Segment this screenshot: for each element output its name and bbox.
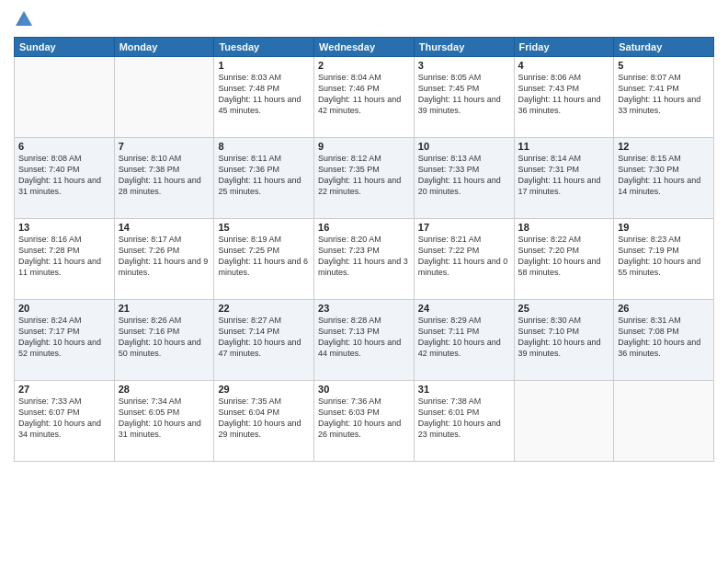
day-cell: 6Sunrise: 8:08 AM Sunset: 7:40 PM Daylig… [15,138,115,219]
day-cell [514,381,614,462]
day-cell: 11Sunrise: 8:14 AM Sunset: 7:31 PM Dayli… [514,138,614,219]
day-detail: Sunrise: 8:22 AM Sunset: 7:20 PM Dayligh… [518,234,610,279]
day-number: 11 [518,141,610,152]
day-detail: Sunrise: 8:03 AM Sunset: 7:48 PM Dayligh… [218,72,310,117]
day-cell: 4Sunrise: 8:06 AM Sunset: 7:43 PM Daylig… [514,57,614,138]
day-number: 15 [218,222,310,233]
day-detail: Sunrise: 7:35 AM Sunset: 6:04 PM Dayligh… [218,396,310,441]
day-number: 28 [119,384,210,395]
day-number: 14 [119,222,210,233]
day-cell: 14Sunrise: 8:17 AM Sunset: 7:26 PM Dayli… [114,219,214,300]
day-number: 3 [418,60,510,71]
calendar-table: SundayMondayTuesdayWednesdayThursdayFrid… [14,37,714,462]
day-detail: Sunrise: 8:08 AM Sunset: 7:40 PM Dayligh… [18,153,110,198]
day-number: 6 [18,141,110,152]
day-cell: 25Sunrise: 8:30 AM Sunset: 7:10 PM Dayli… [514,300,614,381]
week-row-2: 6Sunrise: 8:08 AM Sunset: 7:40 PM Daylig… [15,138,714,219]
day-cell: 12Sunrise: 8:15 AM Sunset: 7:30 PM Dayli… [614,138,714,219]
day-cell [15,57,115,138]
day-cell [614,381,714,462]
day-cell: 5Sunrise: 8:07 AM Sunset: 7:41 PM Daylig… [614,57,714,138]
day-detail: Sunrise: 8:13 AM Sunset: 7:33 PM Dayligh… [418,153,510,198]
day-number: 20 [18,303,110,314]
day-number: 26 [618,303,710,314]
day-cell: 28Sunrise: 7:34 AM Sunset: 6:05 PM Dayli… [114,381,214,462]
day-number: 27 [18,384,110,395]
col-header-thursday: Thursday [414,38,514,57]
day-detail: Sunrise: 8:10 AM Sunset: 7:38 PM Dayligh… [119,153,210,198]
day-number: 4 [518,60,610,71]
day-cell: 27Sunrise: 7:33 AM Sunset: 6:07 PM Dayli… [15,381,115,462]
day-number: 29 [218,384,310,395]
day-cell: 31Sunrise: 7:38 AM Sunset: 6:01 PM Dayli… [414,381,514,462]
day-detail: Sunrise: 7:33 AM Sunset: 6:07 PM Dayligh… [18,396,110,441]
col-header-friday: Friday [514,38,614,57]
day-detail: Sunrise: 8:19 AM Sunset: 7:25 PM Dayligh… [218,234,310,279]
day-number: 17 [418,222,510,233]
day-detail: Sunrise: 8:06 AM Sunset: 7:43 PM Dayligh… [518,72,610,117]
day-detail: Sunrise: 8:11 AM Sunset: 7:36 PM Dayligh… [218,153,310,198]
day-number: 30 [318,384,410,395]
day-detail: Sunrise: 8:31 AM Sunset: 7:08 PM Dayligh… [618,315,710,360]
col-header-tuesday: Tuesday [214,38,314,57]
day-number: 21 [119,303,210,314]
logo [14,9,38,29]
day-cell: 30Sunrise: 7:36 AM Sunset: 6:03 PM Dayli… [314,381,415,462]
day-cell: 19Sunrise: 8:23 AM Sunset: 7:19 PM Dayli… [614,219,714,300]
day-detail: Sunrise: 7:34 AM Sunset: 6:05 PM Dayligh… [119,396,210,441]
day-detail: Sunrise: 8:07 AM Sunset: 7:41 PM Dayligh… [618,72,710,117]
day-detail: Sunrise: 8:14 AM Sunset: 7:31 PM Dayligh… [518,153,610,198]
day-cell: 21Sunrise: 8:26 AM Sunset: 7:16 PM Dayli… [114,300,214,381]
day-number: 23 [318,303,410,314]
header-row: SundayMondayTuesdayWednesdayThursdayFrid… [15,38,714,57]
day-cell: 8Sunrise: 8:11 AM Sunset: 7:36 PM Daylig… [214,138,314,219]
day-detail: Sunrise: 8:16 AM Sunset: 7:28 PM Dayligh… [18,234,110,279]
day-cell: 7Sunrise: 8:10 AM Sunset: 7:38 PM Daylig… [114,138,214,219]
col-header-sunday: Sunday [15,38,115,57]
day-number: 10 [418,141,510,152]
day-detail: Sunrise: 8:20 AM Sunset: 7:23 PM Dayligh… [318,234,410,279]
day-cell: 13Sunrise: 8:16 AM Sunset: 7:28 PM Dayli… [15,219,115,300]
day-cell: 16Sunrise: 8:20 AM Sunset: 7:23 PM Dayli… [314,219,415,300]
day-number: 24 [418,303,510,314]
week-row-1: 1Sunrise: 8:03 AM Sunset: 7:48 PM Daylig… [15,57,714,138]
day-cell: 20Sunrise: 8:24 AM Sunset: 7:17 PM Dayli… [15,300,115,381]
day-detail: Sunrise: 8:26 AM Sunset: 7:16 PM Dayligh… [119,315,210,360]
day-number: 13 [18,222,110,233]
logo-icon [14,9,34,29]
day-number: 18 [518,222,610,233]
day-detail: Sunrise: 8:15 AM Sunset: 7:30 PM Dayligh… [618,153,710,198]
day-cell: 10Sunrise: 8:13 AM Sunset: 7:33 PM Dayli… [414,138,514,219]
day-cell: 18Sunrise: 8:22 AM Sunset: 7:20 PM Dayli… [514,219,614,300]
week-row-3: 13Sunrise: 8:16 AM Sunset: 7:28 PM Dayli… [15,219,714,300]
day-cell: 2Sunrise: 8:04 AM Sunset: 7:46 PM Daylig… [314,57,415,138]
day-detail: Sunrise: 8:27 AM Sunset: 7:14 PM Dayligh… [218,315,310,360]
col-header-saturday: Saturday [614,38,714,57]
day-detail: Sunrise: 7:36 AM Sunset: 6:03 PM Dayligh… [318,396,410,441]
day-cell: 15Sunrise: 8:19 AM Sunset: 7:25 PM Dayli… [214,219,314,300]
day-detail: Sunrise: 8:17 AM Sunset: 7:26 PM Dayligh… [119,234,210,279]
day-detail: Sunrise: 7:38 AM Sunset: 6:01 PM Dayligh… [418,396,510,441]
day-number: 12 [618,141,710,152]
day-number: 22 [218,303,310,314]
day-detail: Sunrise: 8:28 AM Sunset: 7:13 PM Dayligh… [318,315,410,360]
day-number: 8 [218,141,310,152]
day-number: 25 [518,303,610,314]
day-detail: Sunrise: 8:04 AM Sunset: 7:46 PM Dayligh… [318,72,410,117]
day-number: 7 [119,141,210,152]
day-number: 9 [318,141,410,152]
day-detail: Sunrise: 8:21 AM Sunset: 7:22 PM Dayligh… [418,234,510,279]
day-number: 5 [618,60,710,71]
day-cell: 24Sunrise: 8:29 AM Sunset: 7:11 PM Dayli… [414,300,514,381]
day-number: 19 [618,222,710,233]
day-cell: 9Sunrise: 8:12 AM Sunset: 7:35 PM Daylig… [314,138,415,219]
col-header-monday: Monday [114,38,214,57]
week-row-5: 27Sunrise: 7:33 AM Sunset: 6:07 PM Dayli… [15,381,714,462]
day-cell: 17Sunrise: 8:21 AM Sunset: 7:22 PM Dayli… [414,219,514,300]
calendar-page: SundayMondayTuesdayWednesdayThursdayFrid… [0,0,728,563]
day-cell: 1Sunrise: 8:03 AM Sunset: 7:48 PM Daylig… [214,57,314,138]
day-detail: Sunrise: 8:24 AM Sunset: 7:17 PM Dayligh… [18,315,110,360]
day-cell [114,57,214,138]
day-cell: 22Sunrise: 8:27 AM Sunset: 7:14 PM Dayli… [214,300,314,381]
day-detail: Sunrise: 8:29 AM Sunset: 7:11 PM Dayligh… [418,315,510,360]
